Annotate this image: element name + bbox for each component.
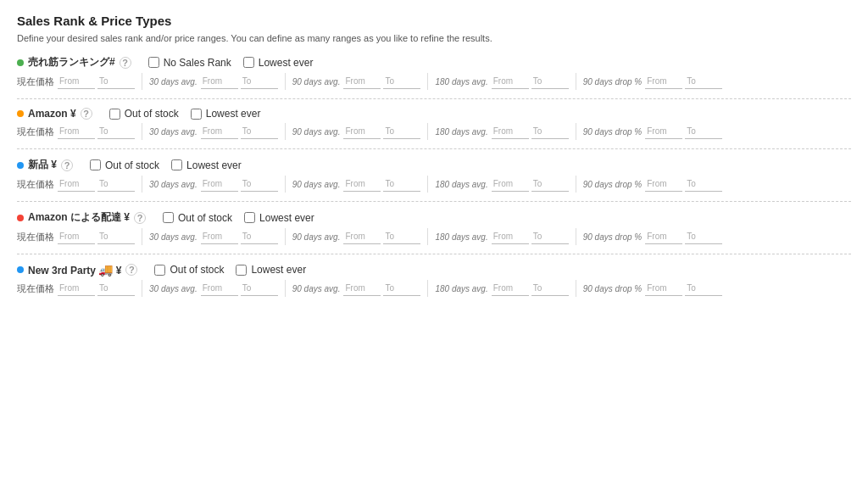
to-input[interactable] <box>241 176 278 192</box>
to-input[interactable] <box>97 176 135 192</box>
from-input[interactable] <box>343 74 381 89</box>
help-icon[interactable]: ? <box>81 108 92 120</box>
checkbox-item-lowest-ever-2[interactable]: Lowest ever <box>191 108 261 120</box>
checkbox-lowest-ever-4[interactable] <box>244 212 255 223</box>
from-input[interactable] <box>492 74 529 89</box>
from-input[interactable] <box>201 74 238 89</box>
checkbox-item-lowest-ever-3[interactable]: Lowest ever <box>171 159 242 171</box>
help-icon[interactable]: ? <box>125 264 137 276</box>
to-input[interactable] <box>531 124 569 139</box>
from-input[interactable] <box>58 229 95 244</box>
from-input[interactable] <box>645 176 682 192</box>
separator <box>576 176 576 193</box>
checkbox-item-no-sales-rank[interactable]: No Sales Rank <box>148 57 231 69</box>
to-input[interactable] <box>383 176 420 192</box>
status-dot <box>17 59 24 66</box>
section-label: Amazon ¥ <box>28 108 76 120</box>
to-input[interactable] <box>241 124 278 139</box>
from-input[interactable] <box>492 124 529 139</box>
to-input[interactable] <box>383 229 420 244</box>
section-label: 新品 ¥ <box>28 158 57 172</box>
from-input[interactable] <box>492 281 529 296</box>
drop90-label: 90 days drop % <box>583 77 643 87</box>
checkbox-item-out-of-stock-3[interactable]: Out of stock <box>163 212 232 224</box>
from-to-group <box>58 124 135 139</box>
from-input[interactable] <box>201 124 238 139</box>
from-input[interactable] <box>343 124 381 139</box>
from-to-group <box>492 229 569 244</box>
from-input[interactable] <box>645 124 682 139</box>
to-input[interactable] <box>241 229 278 244</box>
checkbox-item-lowest-ever-1[interactable]: Lowest ever <box>243 57 314 69</box>
from-input[interactable] <box>492 176 529 192</box>
to-input[interactable] <box>383 124 420 139</box>
to-input[interactable] <box>241 74 278 89</box>
separator <box>285 176 286 193</box>
checkbox-out-of-stock-2[interactable] <box>90 159 101 170</box>
from-input[interactable] <box>201 281 238 296</box>
to-input[interactable] <box>531 229 569 244</box>
from-input[interactable] <box>343 176 381 192</box>
to-input[interactable] <box>685 124 722 139</box>
checkbox-group: Out of stock Lowest ever <box>109 108 261 120</box>
from-to-group <box>492 124 569 139</box>
from-input[interactable] <box>58 124 95 139</box>
to-input[interactable] <box>531 176 569 192</box>
to-input[interactable] <box>97 229 135 244</box>
from-input[interactable] <box>645 229 682 244</box>
to-input[interactable] <box>685 74 722 89</box>
help-icon[interactable]: ? <box>61 159 73 171</box>
separator <box>576 280 576 297</box>
days30-label: 30 days avg. <box>149 232 198 242</box>
to-input[interactable] <box>685 281 722 296</box>
to-input[interactable] <box>383 281 420 296</box>
checkbox-lowest-ever-1[interactable] <box>243 57 254 68</box>
checkbox-item-out-of-stock-4[interactable]: Out of stock <box>154 264 224 276</box>
from-to-group <box>343 281 420 296</box>
from-to-group <box>58 229 135 244</box>
from-input[interactable] <box>492 229 529 244</box>
to-input[interactable] <box>97 124 135 139</box>
help-icon[interactable]: ? <box>134 212 146 224</box>
checkbox-out-of-stock-1[interactable] <box>109 109 120 120</box>
checkbox-item-out-of-stock-2[interactable]: Out of stock <box>90 159 159 171</box>
status-dot <box>17 266 24 273</box>
to-input[interactable] <box>97 74 135 89</box>
checkbox-lowest-ever-2[interactable] <box>191 109 202 120</box>
separator <box>576 73 576 90</box>
from-input[interactable] <box>645 281 682 296</box>
from-input[interactable] <box>58 74 95 89</box>
checkbox-lowest-ever-5[interactable] <box>236 265 247 276</box>
checkbox-no-sales-rank[interactable] <box>148 57 159 68</box>
checkbox-out-of-stock-3[interactable] <box>163 212 174 223</box>
separator <box>427 123 428 140</box>
section-header: 新品 ¥ ? Out of stock Lowest ever <box>17 158 851 172</box>
from-input[interactable] <box>58 281 95 296</box>
from-input[interactable] <box>645 74 682 89</box>
from-input[interactable] <box>58 176 95 192</box>
to-input[interactable] <box>685 176 722 192</box>
from-to-group <box>645 124 722 139</box>
section-header: 売れ筋ランキング# ? No Sales Rank Lowest ever <box>17 55 851 70</box>
checkbox-item-lowest-ever-5[interactable]: Lowest ever <box>236 264 306 276</box>
to-input[interactable] <box>241 281 278 296</box>
to-input[interactable] <box>97 281 135 296</box>
drop90-label: 90 days drop % <box>583 180 643 189</box>
checkbox-out-of-stock-4[interactable] <box>154 265 165 276</box>
section-label: 売れ筋ランキング# <box>28 55 115 70</box>
page-title: Sales Rank & Price Types <box>17 14 851 28</box>
to-input[interactable] <box>685 229 722 244</box>
from-input[interactable] <box>201 176 238 192</box>
price-fields-row: 現在価格 30 days avg. 90 days avg. 180 days … <box>17 73 851 90</box>
checkbox-item-lowest-ever-4[interactable]: Lowest ever <box>244 212 314 224</box>
from-input[interactable] <box>201 229 238 244</box>
to-input[interactable] <box>383 74 420 89</box>
checkbox-lowest-ever-3[interactable] <box>171 159 182 170</box>
to-input[interactable] <box>531 281 569 296</box>
from-input[interactable] <box>343 229 381 244</box>
help-icon[interactable]: ? <box>120 57 131 69</box>
to-input[interactable] <box>531 74 569 89</box>
checkbox-item-out-of-stock-1[interactable]: Out of stock <box>109 108 179 120</box>
from-input[interactable] <box>343 281 381 296</box>
price-fields-row: 現在価格 30 days avg. 90 days avg. 180 days … <box>17 280 851 297</box>
